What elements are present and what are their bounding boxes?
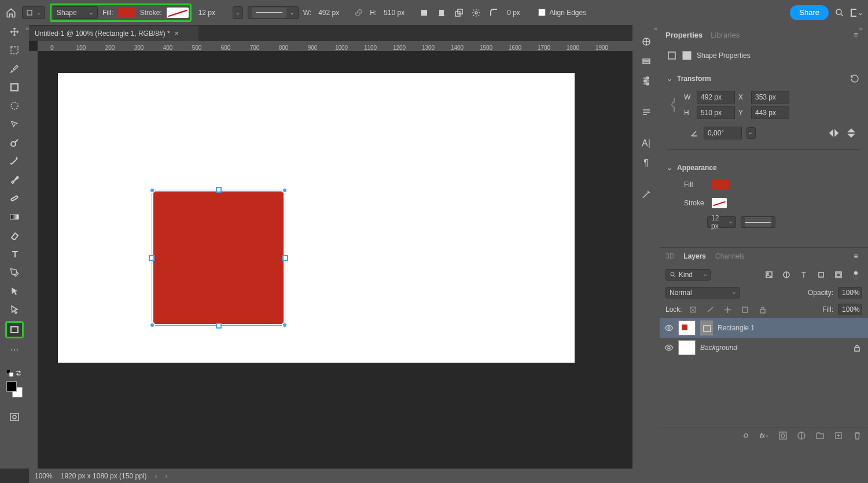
quickmask-tool[interactable] <box>7 410 22 424</box>
handle-l[interactable] <box>149 255 155 261</box>
artboard-tool[interactable] <box>7 43 22 57</box>
adjustment-add-icon[interactable] <box>795 429 808 442</box>
shape-mode-dropdown[interactable]: Shape⌄ <box>53 6 98 19</box>
visibility-icon[interactable] <box>664 343 674 352</box>
handle-tl[interactable] <box>149 187 155 193</box>
lock-pixels-icon[interactable] <box>687 303 700 316</box>
align-edges-toggle[interactable]: Align Edges <box>538 9 586 17</box>
path-ops-icon[interactable] <box>418 6 431 19</box>
swap-colors-icon[interactable] <box>16 370 23 377</box>
reset-transform-icon[interactable] <box>848 72 861 85</box>
x-value[interactable]: 353 px <box>751 91 789 104</box>
tool-preset-dropdown[interactable]: ⌄ <box>22 6 45 19</box>
appearance-stroke-width[interactable]: 12 px <box>707 216 736 228</box>
eyedropper-tool[interactable] <box>7 62 22 76</box>
layer-row-rectangle[interactable]: Rectangle 1 <box>660 318 868 338</box>
gear-icon[interactable] <box>470 6 483 19</box>
close-tab-icon[interactable]: × <box>175 30 179 38</box>
stroke-swatch[interactable] <box>167 8 189 18</box>
flip-h-icon[interactable] <box>827 127 840 139</box>
radius-input[interactable] <box>505 6 534 19</box>
stroke-width-input[interactable] <box>196 6 228 19</box>
flip-v-icon[interactable] <box>845 127 858 139</box>
filter-image-icon[interactable] <box>763 268 775 281</box>
link-size-icon[interactable] <box>668 91 681 119</box>
color-panel-icon[interactable] <box>632 32 660 51</box>
link-layers-icon[interactable] <box>740 429 752 442</box>
pen-tool[interactable] <box>7 266 22 279</box>
width-input[interactable] <box>316 6 348 19</box>
status-next-icon[interactable]: › <box>165 472 167 480</box>
layer-name[interactable]: Background <box>700 344 737 352</box>
filter-shape-icon[interactable] <box>815 268 827 281</box>
angle-value[interactable]: 0,00° <box>704 127 742 139</box>
chevron-down-icon[interactable]: ⌄ <box>667 75 672 83</box>
angle-dd[interactable] <box>746 127 756 139</box>
layers-menu-icon[interactable]: ≡ <box>849 250 862 263</box>
lock-position-icon[interactable] <box>722 303 734 316</box>
expand-icon[interactable]: » <box>0 25 29 32</box>
tab-3d[interactable]: 3D <box>665 252 674 260</box>
vertical-ruler[interactable] <box>29 51 38 469</box>
wand-tool[interactable] <box>7 154 22 168</box>
new-layer-icon[interactable] <box>832 429 845 442</box>
eraser-tool[interactable] <box>7 228 22 242</box>
lock-icon[interactable] <box>851 341 863 354</box>
marquee-tool[interactable] <box>7 99 22 113</box>
canvas[interactable] <box>58 73 575 363</box>
share-button[interactable]: Share <box>790 5 829 20</box>
handle-r[interactable] <box>282 255 288 261</box>
filter-type-icon[interactable]: T <box>797 268 810 281</box>
filter-adjust-icon[interactable] <box>780 268 793 281</box>
home-icon[interactable] <box>5 6 17 19</box>
fill-opacity-dd[interactable]: 100% <box>838 304 862 315</box>
fill-swatch[interactable] <box>118 8 135 18</box>
handle-t[interactable] <box>216 187 222 193</box>
link-wh-icon[interactable] <box>352 6 365 19</box>
tools-panel-icon[interactable] <box>632 185 660 204</box>
corner-radius-icon[interactable] <box>487 6 500 19</box>
heal-tool[interactable] <box>7 191 22 205</box>
adjustments-panel-icon[interactable] <box>632 71 660 91</box>
appearance-stroke-swatch[interactable] <box>712 198 727 208</box>
more-tools[interactable]: ⋯ <box>7 343 22 357</box>
tab-layers[interactable]: Layers <box>683 252 706 260</box>
color-swatches[interactable] <box>6 381 23 397</box>
stroke-style-dd[interactable]: ⌄ <box>248 6 299 19</box>
path-select-tool[interactable] <box>7 284 22 298</box>
rectangle-tool[interactable] <box>7 323 22 337</box>
gradient-tool[interactable] <box>7 210 22 224</box>
lock-brush-icon[interactable] <box>704 303 717 316</box>
character-panel-icon[interactable]: A| <box>632 134 660 153</box>
arrange-icon[interactable] <box>453 6 465 19</box>
w-value[interactable]: 492 px <box>697 91 735 104</box>
default-colors-icon[interactable] <box>6 370 13 377</box>
collapse-arrow-icon[interactable]: « <box>632 25 657 32</box>
lasso-tool[interactable] <box>7 117 22 131</box>
path-align-icon[interactable] <box>435 6 448 19</box>
workspace-icon[interactable]: ⌄ <box>851 6 863 19</box>
document-tab[interactable]: Untitled-1 @ 100% (Rectangle 1, RGB/8#) … <box>29 26 198 41</box>
appearance-fill-swatch[interactable] <box>712 179 729 190</box>
handle-b[interactable] <box>216 323 222 329</box>
mask-add-icon[interactable] <box>777 429 789 442</box>
handle-bl[interactable] <box>149 322 155 328</box>
direct-select-tool[interactable] <box>7 303 22 316</box>
tab-channels[interactable]: Channels <box>715 252 745 260</box>
swatches-panel-icon[interactable] <box>632 51 660 71</box>
lock-all-icon[interactable] <box>756 303 769 316</box>
visibility-icon[interactable] <box>664 323 674 333</box>
stroke-width-dd[interactable]: ⌄ <box>233 6 243 19</box>
status-prev-icon[interactable]: ‹ <box>155 472 157 480</box>
paragraph-panel-icon[interactable] <box>632 102 660 122</box>
fx-icon[interactable]: fx⌄ <box>758 429 771 442</box>
layer-row-background[interactable]: Background <box>660 338 868 357</box>
crop-tool[interactable] <box>7 80 22 94</box>
brush-tool[interactable] <box>7 173 22 187</box>
panel-collapse-icon[interactable]: » <box>660 25 866 32</box>
y-value[interactable]: 443 px <box>751 106 789 119</box>
filter-toggle-icon[interactable] <box>849 268 862 281</box>
appearance-stroke-style[interactable] <box>741 216 775 228</box>
handle-tr[interactable] <box>282 187 288 193</box>
paragraph-icon[interactable]: ¶ <box>632 153 660 173</box>
